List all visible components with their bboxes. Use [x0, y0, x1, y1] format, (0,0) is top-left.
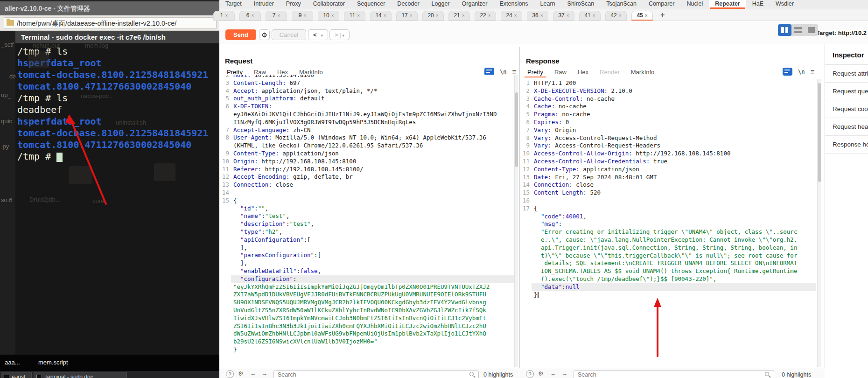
tab-wsdler[interactable]: Wsdler — [770, 0, 800, 9]
path-field[interactable]: /home/pwn/桌面/dataease-offline-installer-… — [4, 17, 217, 29]
tab-tsojanscan[interactable]: TsojanScan — [600, 0, 643, 9]
send-button[interactable]: Send — [225, 29, 256, 40]
close-icon[interactable]: × — [225, 13, 228, 18]
tab-shiroscan[interactable]: ShiroScan — [561, 0, 601, 9]
code-line[interactable]: ZXI7aW5pdD1DUkVBVEUgVFJJR0dFUiBVTkFNNCBC… — [221, 291, 514, 299]
file-name-label[interactable]: mem.script — [38, 359, 68, 366]
code-line[interactable]: "code":40001, — [521, 213, 816, 221]
repeater-tab-45[interactable]: 45× — [631, 11, 653, 21]
tab-intruder[interactable]: Intruder — [248, 0, 280, 9]
new-repeater-tab-button[interactable]: + — [660, 11, 665, 19]
code-line[interactable]: details; SQL statement:\nCREATE TRIGGER … — [521, 259, 816, 267]
code-line[interactable]: 5out_auth_platform: default — [221, 95, 514, 103]
code-line[interactable]: "apiConfiguration":[ — [221, 236, 514, 244]
newline-toggle-icon[interactable]: \n — [798, 69, 805, 75]
code-line[interactable]: 10Access-Control-Allow-Origin: http://19… — [521, 150, 816, 158]
code-line[interactable]: eyJ0eXAiOiJKV1QiLCJhbGciOiJIUzI1NiJ9.eyJ… — [221, 111, 514, 119]
code-line[interactable]: 3Content-Length: 697 — [221, 79, 514, 87]
file-name-label[interactable]: aaa... — [5, 359, 20, 366]
repeater-tab-37[interactable]: 37× — [553, 11, 574, 21]
close-icon[interactable]: × — [357, 13, 360, 18]
code-line[interactable]: "paramsConfiguration":[ — [221, 252, 514, 259]
request-scrollbar[interactable] — [514, 75, 518, 367]
close-icon[interactable]: × — [436, 13, 439, 18]
code-line[interactable]: SU9OX1NDSEVNQS5UQUJMRVMgQVMgJCR2b2lkIFVO… — [221, 299, 514, 307]
code-line[interactable]: 9Vary: Access-Control-Request-Headers — [521, 142, 816, 150]
help-icon[interactable]: ? — [226, 370, 234, 378]
repeater-tab-22[interactable]: 22× — [475, 11, 496, 21]
response-tab-raw[interactable]: Raw — [554, 69, 567, 77]
code-line[interactable]: 4Cache: no-cache — [521, 103, 816, 111]
taskbar-item[interactable]: Terminal - sudo doc... — [34, 372, 127, 378]
code-line[interactable]: 15{ — [221, 197, 514, 205]
repeater-tab-7[interactable]: 7× — [266, 11, 287, 21]
tab-comparer[interactable]: Comparer — [643, 0, 681, 9]
close-icon[interactable]: × — [593, 13, 595, 18]
chevron-down-icon[interactable]: ▾ — [340, 33, 345, 38]
repeater-tab-9[interactable]: 9× — [292, 11, 313, 21]
code-line[interactable]: "enableDataFill":false, — [221, 267, 514, 275]
search-settings-gear-icon[interactable]: ⚙ — [238, 370, 244, 377]
prev-match-icon[interactable]: ← — [250, 370, 256, 377]
code-line[interactable]: 9Content-Type: application/json — [221, 150, 514, 158]
code-line[interactable]: 11Access-Control-Allow-Credentials: true — [521, 158, 816, 166]
inspector-item[interactable]: Request query — [825, 83, 868, 100]
response-scrollbar[interactable] — [817, 79, 821, 367]
panel-divider[interactable] — [519, 47, 520, 368]
code-line[interactable]: "description":"test", — [221, 220, 514, 228]
repeater-tab-21[interactable]: 21× — [448, 11, 470, 21]
code-line[interactable]: "type":"h2", — [221, 228, 514, 236]
tab-nuclei[interactable]: Nuclei — [680, 0, 709, 9]
close-icon[interactable]: × — [567, 13, 569, 18]
code-line[interactable]: ], — [221, 259, 514, 267]
code-line[interactable]: 5Pragma: no-cache — [521, 111, 816, 119]
inspector-item[interactable]: Request head — [825, 118, 868, 136]
code-line[interactable]: "Error creating or initializing trigger … — [521, 228, 816, 236]
close-icon[interactable]: × — [462, 13, 465, 18]
code-line[interactable]: 7Vary: Origin — [521, 126, 816, 134]
code-line[interactable]: 13Connection: close — [221, 181, 514, 189]
code-line[interactable]: b29sU2l6ZSI6NSwicXVlcnlUaW1lb3V0IjozMH0=… — [221, 338, 514, 346]
code-line[interactable]: 8User-Agent: Mozilla/5.0 (Windows NT 10.… — [221, 134, 514, 142]
code-line[interactable]: UnVudGltZS5nZXRSdW50aW1lKCkuZXhlYyhcInRv… — [221, 307, 514, 315]
code-line[interactable]: 12Accept-Encoding: gzip, deflate, br — [221, 173, 514, 181]
repeater-tab-42[interactable]: 42× — [605, 11, 627, 21]
code-line[interactable]: ().exec(\"touch /tmp/deadbeef\");}$$ [90… — [521, 275, 816, 283]
code-line[interactable]: IiwidXJsVHlwZSI6ImpkYmNVcmwiLCJob3N0bmFt… — [221, 315, 514, 322]
request-editor[interactable]: 2Host: 10.211.55.14:81003Content-Length:… — [221, 75, 514, 367]
response-tab-hex[interactable]: Hex — [578, 69, 588, 77]
code-line[interactable]: 15Content-Length: 520 — [521, 189, 816, 197]
repeater-tab-24[interactable]: 24× — [501, 11, 522, 21]
terminal-title[interactable]: Terminal - sudo docker exec -it c7e6 /bi… — [15, 31, 219, 43]
close-icon[interactable]: × — [303, 13, 306, 18]
repeater-tab-41[interactable]: 41× — [579, 11, 601, 21]
close-icon[interactable]: × — [277, 13, 280, 18]
search-settings-gear-icon[interactable]: ⚙ — [538, 370, 544, 377]
file-manager-pathbar[interactable]: /home/pwn/桌面/dataease-offline-installer-… — [0, 15, 219, 31]
code-line[interactable]: 1HTTP/1.1 200 — [521, 79, 816, 87]
code-line[interactable]: 8Vary: Access-Control-Request-Method — [521, 134, 816, 142]
inspector-item[interactable]: Request cooki — [825, 100, 868, 118]
code-line[interactable]: "msg": — [521, 220, 816, 228]
help-icon[interactable]: ? — [526, 370, 534, 378]
tab-collaborator[interactable]: Collaborator — [307, 0, 351, 9]
tab-proxy[interactable]: Proxy — [280, 0, 307, 9]
code-line[interactable]: 6X-DE-TOKEN: — [221, 103, 514, 111]
editor-menu-icon[interactable]: ≡ — [810, 68, 814, 76]
layout-columns-button[interactable] — [778, 24, 791, 36]
tab-hae[interactable]: HaE — [746, 0, 770, 9]
close-icon[interactable]: × — [514, 13, 517, 18]
repeater-tab-36[interactable]: 36× — [527, 11, 548, 21]
code-line[interactable]: 16 — [521, 197, 816, 205]
tab-sequencer[interactable]: Sequencer — [351, 0, 391, 9]
inspector-item[interactable]: Response hea — [825, 136, 868, 154]
code-line[interactable]: ION_SCHEMA.TABLES AS $$ void UNAM4() thr… — [521, 267, 816, 275]
tab-organizer[interactable]: Organizer — [456, 0, 494, 9]
response-tab-markinfo[interactable]: MarkInfo — [631, 69, 655, 77]
close-icon[interactable]: × — [331, 13, 334, 18]
code-line[interactable]: "configuration": — [221, 275, 514, 283]
code-line[interactable]: } — [221, 346, 514, 354]
tab-learn[interactable]: Learn — [534, 0, 561, 9]
next-match-icon[interactable]: → — [261, 370, 267, 377]
code-line[interactable]: e..\", cause: \"java.lang.NullPointerExc… — [521, 236, 816, 244]
